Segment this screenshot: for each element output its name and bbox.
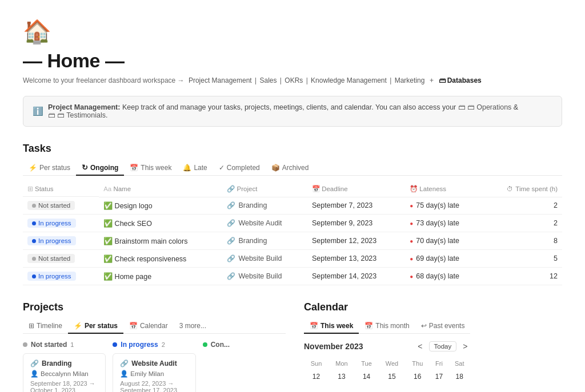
project-columns: Not started 1 🔗 Branding 👤 Beccalynn Mil… [23,341,286,392]
cal-date-18[interactable]: 18 [448,369,470,384]
col-time: ⏱ Time spent (h) [483,181,562,197]
page-title: — Home — [23,50,562,72]
this-week-icon: 📅 [130,164,138,172]
cal-tab-this-month[interactable]: 📅 This month [359,319,415,334]
emily-icon: 👤 [120,370,128,378]
day-tue: Tue [355,358,378,369]
tasks-section: Tasks ⚡ Per status ↻ Ongoing 📅 This week… [23,143,562,285]
table-row: In progress ✅ Home page 🔗Website Build S… [23,268,562,285]
banner-bold: Project Management: [48,103,120,111]
col-status: ⊞ Status [23,181,99,197]
project-card[interactable]: 🔗 Branding 👤 Beccalynn Milan September 1… [23,353,106,392]
project-card[interactable]: 🔗 Website Audit 👤 Emily Milan August 22,… [113,353,195,392]
table-row: In progress ✅ Brainstorm main colors 🔗Br… [23,232,562,250]
today-button[interactable]: Today [429,341,457,351]
cal-date-16[interactable]: 16 [406,369,430,384]
cal-date-13[interactable]: 13 [328,369,355,384]
col-lateness: ⏰ Lateness [405,181,483,197]
tasks-title: Tasks [23,143,562,155]
day-thu: Thu [406,358,430,369]
calendar-month: November 2023 [304,342,363,351]
tab-late[interactable]: 🔔 Late [177,161,213,176]
late-icon: 🔔 [183,164,191,172]
branding-icon: 🔗 [30,359,39,367]
home-icon: 🏠 [23,18,562,45]
tab-per-status[interactable]: ⚡ Per status [23,161,76,176]
col-completed: Con... [203,341,286,392]
info-icon: ℹ️ [33,106,43,116]
cal-date-17[interactable]: 17 [430,369,448,384]
cal-tab-this-week[interactable]: 📅 This week [304,319,359,334]
cal-date-12[interactable]: 12 [304,369,328,384]
day-sun: Sun [304,358,328,369]
user-icon: 👤 [30,370,38,378]
table-row: In progress ✅ Check SEO 🔗Website Audit S… [23,215,562,232]
tab-archived[interactable]: 📦 Archived [266,161,315,176]
col-deadline: 📅 Deadline [307,181,405,197]
calendar-grid: Sun Mon Tue Wed Thu Fri Sat 12 13 14 15 [304,358,470,384]
projects-title: Projects [23,301,286,313]
day-sat: Sat [448,358,470,369]
tasks-table: ⊞ Status Aa Name 🔗 Project 📅 Deadline ⏰ … [23,181,562,285]
table-row: Not started ✅ Design logo 🔗Branding Sept… [23,197,562,215]
calendar-header: November 2023 < Today > [304,341,470,352]
proj-calendar-icon: 📅 [129,322,138,330]
calendar-section: Calendar 📅 This week 📅 This month ↩ Past… [304,301,470,392]
tab-ongoing[interactable]: ↻ Ongoing [76,160,124,176]
calendar-tabs: 📅 This week 📅 This month ↩ Past events [304,319,470,334]
completed-icon: ✓ [219,164,225,172]
proj-tab-calendar[interactable]: 📅 Calendar [123,319,174,334]
info-banner: ℹ️ Project Management: Keep track of and… [23,96,562,127]
proj-tab-timeline[interactable]: ⊞ Timeline [23,319,68,334]
tab-this-week[interactable]: 📅 This week [124,161,177,176]
tab-completed[interactable]: ✓ Completed [213,161,266,176]
projects-tabs: ⊞ Timeline ⚡ Per status 📅 Calendar 3 mor… [23,319,286,334]
day-mon: Mon [328,358,355,369]
col-not-started: Not started 1 🔗 Branding 👤 Beccalynn Mil… [23,341,106,392]
cal-date-15[interactable]: 15 [378,369,405,384]
day-fri: Fri [430,358,448,369]
breadcrumb: Welcome to your freelancer dashboard wor… [23,76,562,84]
cal-month-icon: 📅 [364,322,373,330]
col-in-progress: In progress 2 🔗 Website Audit 👤 Emily Mi… [113,341,195,392]
table-row: Not started ✅ Check responsiveness 🔗Webs… [23,250,562,268]
timeline-icon: ⊞ [29,322,34,330]
cal-past-icon: ↩ [421,322,427,330]
day-wed: Wed [378,358,405,369]
calendar-title: Calendar [304,301,470,313]
proj-tab-per-status[interactable]: ⚡ Per status [68,319,123,334]
tasks-tabs: ⚡ Per status ↻ Ongoing 📅 This week 🔔 Lat… [23,160,562,176]
col-project: 🔗 Project [222,181,307,197]
cal-tab-past-events[interactable]: ↩ Past events [415,319,471,334]
cal-date-14[interactable]: 14 [355,369,378,384]
cal-week-icon: 📅 [310,322,318,330]
calendar-row: 12 13 14 15 16 17 18 [304,369,470,384]
projects-section: Projects ⊞ Timeline ⚡ Per status 📅 Calen… [23,301,286,392]
per-status-icon: ⚡ [29,164,37,172]
ongoing-icon: ↻ [82,163,88,172]
website-audit-icon: 🔗 [120,359,129,367]
proj-perstatus-icon: ⚡ [74,322,82,330]
archived-icon: 📦 [271,164,280,172]
proj-tab-more[interactable]: 3 more... [174,319,212,334]
calendar-nav: < Today > [415,341,470,352]
col-name: Aa Name [99,181,222,197]
next-button[interactable]: > [460,341,470,352]
prev-button[interactable]: < [415,341,425,352]
